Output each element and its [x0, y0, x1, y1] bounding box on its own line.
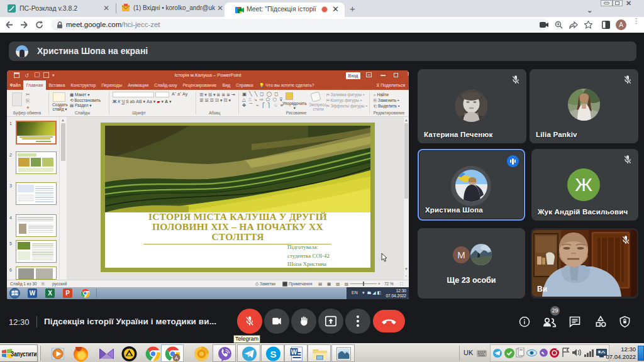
svg-text:A: A: [175, 355, 179, 361]
svg-text:S: S: [270, 349, 276, 359]
svg-text:W: W: [291, 349, 297, 356]
